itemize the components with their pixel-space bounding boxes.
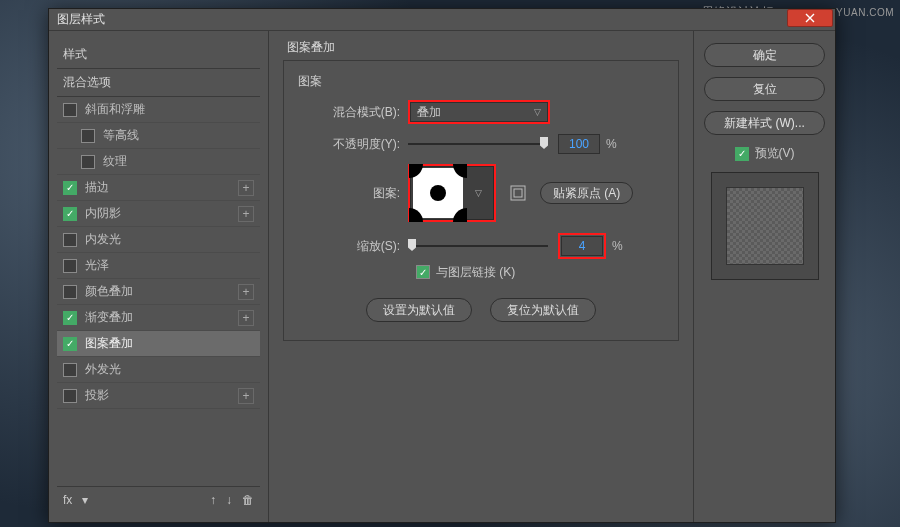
group-title: 图案叠加 xyxy=(287,39,679,56)
opacity-thumb[interactable] xyxy=(540,137,548,149)
effect-row-6[interactable]: 光泽 xyxy=(57,253,260,279)
pattern-label: 图案: xyxy=(298,185,408,202)
close-button[interactable] xyxy=(787,9,833,27)
effect-checkbox[interactable] xyxy=(63,259,77,273)
pattern-swatch xyxy=(413,168,463,218)
effect-label: 内阴影 xyxy=(85,205,238,222)
effect-checkbox[interactable] xyxy=(63,389,77,403)
effect-label: 纹理 xyxy=(103,153,254,170)
new-style-button[interactable]: 新建样式 (W)... xyxy=(704,111,825,135)
chevron-down-icon: ▽ xyxy=(534,107,541,117)
svg-rect-0 xyxy=(511,186,525,200)
effect-label: 描边 xyxy=(85,179,238,196)
trash-icon[interactable]: 🗑 xyxy=(242,493,254,507)
link-layer-label: 与图层链接 (K) xyxy=(436,264,515,281)
scale-slider[interactable] xyxy=(408,239,548,253)
effect-label: 外发光 xyxy=(85,361,254,378)
snap-origin-button[interactable]: 贴紧原点 (A) xyxy=(540,182,633,204)
scale-label: 缩放(S): xyxy=(298,238,408,255)
preview-checkbox[interactable] xyxy=(735,147,749,161)
effect-checkbox[interactable] xyxy=(63,337,77,351)
preview-label: 预览(V) xyxy=(755,145,795,162)
link-layer-checkbox[interactable] xyxy=(416,265,430,279)
snap-origin-icon[interactable] xyxy=(510,185,526,201)
preview-swatch xyxy=(726,187,804,265)
layer-style-dialog: 图层样式 样式 混合选项 斜面和浮雕等高线纹理描边+内阴影+内发光光泽颜色叠加+… xyxy=(48,8,836,523)
close-icon xyxy=(805,13,815,23)
move-down-icon[interactable]: ↓ xyxy=(226,493,232,507)
add-effect-button[interactable]: + xyxy=(238,206,254,222)
fx-menu-button[interactable]: fx xyxy=(63,493,72,507)
effect-checkbox[interactable] xyxy=(81,155,95,169)
effect-checkbox[interactable] xyxy=(63,181,77,195)
move-up-icon[interactable]: ↑ xyxy=(210,493,216,507)
effect-label: 等高线 xyxy=(103,127,254,144)
preview-box xyxy=(711,172,819,280)
styles-sidebar: 样式 混合选项 斜面和浮雕等高线纹理描边+内阴影+内发光光泽颜色叠加+渐变叠加+… xyxy=(49,31,269,522)
chevron-down-icon: ▽ xyxy=(463,188,493,198)
effect-label: 颜色叠加 xyxy=(85,283,238,300)
scale-thumb[interactable] xyxy=(408,239,416,251)
opacity-input[interactable]: 100 xyxy=(558,134,600,154)
effect-row-1[interactable]: 等高线 xyxy=(57,123,260,149)
effect-checkbox[interactable] xyxy=(63,233,77,247)
reset-button[interactable]: 复位 xyxy=(704,77,825,101)
effect-label: 渐变叠加 xyxy=(85,309,238,326)
effect-label: 内发光 xyxy=(85,231,254,248)
right-panel: 确定 复位 新建样式 (W)... 预览(V) xyxy=(693,31,835,522)
blend-mode-value: 叠加 xyxy=(417,104,441,121)
effect-label: 投影 xyxy=(85,387,238,404)
scale-input[interactable]: 4 xyxy=(561,236,603,256)
effect-checkbox[interactable] xyxy=(63,103,77,117)
effect-checkbox[interactable] xyxy=(63,311,77,325)
opacity-slider[interactable] xyxy=(408,137,548,151)
effect-checkbox[interactable] xyxy=(63,363,77,377)
reset-default-button[interactable]: 复位为默认值 xyxy=(490,298,596,322)
chevron-down-icon[interactable]: ▾ xyxy=(82,493,88,507)
svg-rect-1 xyxy=(514,189,522,197)
add-effect-button[interactable]: + xyxy=(238,180,254,196)
scale-unit: % xyxy=(612,239,623,253)
effect-row-4[interactable]: 内阴影+ xyxy=(57,201,260,227)
highlight-pattern: ▽ xyxy=(408,164,496,222)
effect-row-7[interactable]: 颜色叠加+ xyxy=(57,279,260,305)
dialog-title: 图层样式 xyxy=(57,11,105,28)
sidebar-header-blend-options[interactable]: 混合选项 xyxy=(57,68,260,97)
blend-mode-select[interactable]: 叠加 ▽ xyxy=(410,102,548,122)
add-effect-button[interactable]: + xyxy=(238,388,254,404)
effects-list: 斜面和浮雕等高线纹理描边+内阴影+内发光光泽颜色叠加+渐变叠加+图案叠加外发光投… xyxy=(57,97,260,486)
titlebar: 图层样式 xyxy=(49,9,835,31)
effect-checkbox[interactable] xyxy=(63,207,77,221)
effect-label: 光泽 xyxy=(85,257,254,274)
effect-row-11[interactable]: 投影+ xyxy=(57,383,260,409)
settings-panel: 图案叠加 图案 混合模式(B): 叠加 ▽ 不透明度(Y): xyxy=(269,31,693,522)
effect-row-2[interactable]: 纹理 xyxy=(57,149,260,175)
ok-button[interactable]: 确定 xyxy=(704,43,825,67)
sub-title: 图案 xyxy=(298,73,664,90)
add-effect-button[interactable]: + xyxy=(238,310,254,326)
highlight-scale: 4 xyxy=(558,233,606,259)
effect-row-8[interactable]: 渐变叠加+ xyxy=(57,305,260,331)
pattern-picker[interactable]: ▽ xyxy=(410,166,494,220)
effect-row-10[interactable]: 外发光 xyxy=(57,357,260,383)
effect-label: 图案叠加 xyxy=(85,335,254,352)
effect-row-9[interactable]: 图案叠加 xyxy=(57,331,260,357)
effect-checkbox[interactable] xyxy=(63,285,77,299)
effect-row-3[interactable]: 描边+ xyxy=(57,175,260,201)
blend-mode-label: 混合模式(B): xyxy=(298,104,408,121)
highlight-blend: 叠加 ▽ xyxy=(408,100,550,124)
add-effect-button[interactable]: + xyxy=(238,284,254,300)
effect-checkbox[interactable] xyxy=(81,129,95,143)
opacity-label: 不透明度(Y): xyxy=(298,136,408,153)
sidebar-header-styles[interactable]: 样式 xyxy=(57,41,260,68)
sidebar-footer: fx ▾ ↑ ↓ 🗑 xyxy=(57,486,260,512)
opacity-unit: % xyxy=(606,137,617,151)
effect-row-5[interactable]: 内发光 xyxy=(57,227,260,253)
effect-row-0[interactable]: 斜面和浮雕 xyxy=(57,97,260,123)
effect-label: 斜面和浮雕 xyxy=(85,101,254,118)
make-default-button[interactable]: 设置为默认值 xyxy=(366,298,472,322)
